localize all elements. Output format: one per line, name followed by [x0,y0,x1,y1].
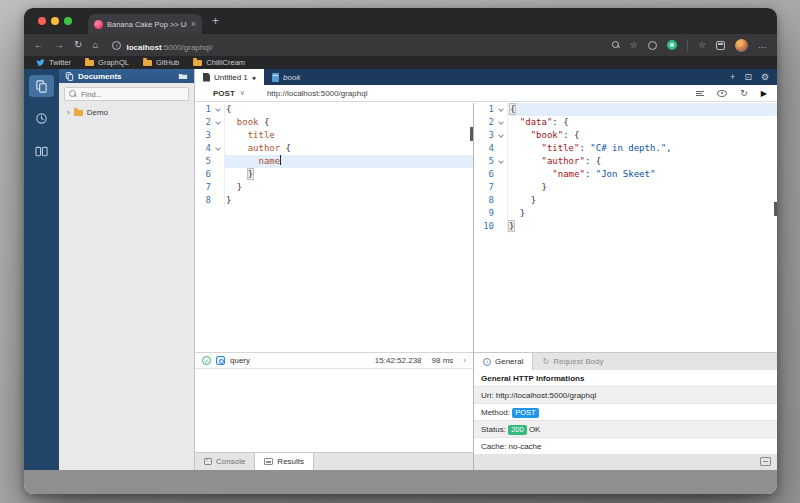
close-window-button[interactable] [38,17,46,25]
code-line[interactable]: 5 "author": { [474,155,777,168]
zoom-icon[interactable] [612,41,620,49]
preview-eye-icon[interactable] [717,90,727,97]
code-text[interactable]: name [224,155,473,168]
code-line[interactable]: 1{ [195,103,473,116]
profile-avatar[interactable] [735,39,748,52]
format-icon[interactable] [696,91,704,96]
reload-icon[interactable]: ↻ [74,40,82,50]
new-document-icon[interactable]: + [730,72,735,82]
fold-chevron-icon[interactable] [496,155,507,168]
code-line[interactable]: 1{ [474,103,777,116]
refresh-icon[interactable]: ↻ [740,88,748,98]
site-info-icon[interactable]: i [112,41,121,50]
code-text[interactable]: "book": { [507,129,777,142]
tab-request-body[interactable]: ↻ Request Body [533,353,612,370]
code-text[interactable]: "author": { [507,155,777,168]
fold-chevron-icon[interactable] [213,116,224,129]
code-line[interactable]: 6 "name": "Jon Skeet" [474,168,777,181]
code-text[interactable]: "title": "C# in depth.", [507,142,777,155]
extensions-icon[interactable] [648,41,657,50]
fold-chevron-icon[interactable] [496,116,507,129]
gear-icon[interactable]: ⚙ [761,72,769,82]
chevron-down-icon[interactable]: ∨ [240,89,245,97]
code-text[interactable]: author { [224,142,473,155]
bookmark-github[interactable]: GitHub [143,58,179,67]
code-text[interactable]: "name": "Jon Skeet" [507,168,777,181]
code-line[interactable]: 3 "book": { [474,129,777,142]
forward-icon[interactable]: → [54,40,64,50]
code-line[interactable]: 7 } [474,181,777,194]
menu-ellipsis-icon[interactable]: … [758,40,767,50]
code-text[interactable]: } [224,168,473,181]
code-line[interactable]: 3 title [195,129,473,142]
bookmark-label: GraphQL [98,58,129,67]
fold-chevron-icon[interactable] [213,142,224,155]
code-text[interactable]: book { [224,116,473,129]
bookmark-twitter[interactable]: Twitter [36,58,71,67]
code-line[interactable]: 8} [195,194,473,207]
code-line[interactable]: 4 "title": "C# in depth.", [474,142,777,155]
find-box[interactable] [64,87,189,101]
code-line[interactable]: 9 } [474,207,777,220]
green-extension-icon[interactable] [667,40,677,50]
tab-untitled-1[interactable]: Untitled 1 ● [195,69,264,85]
code-text[interactable]: } [507,207,777,220]
run-query-button[interactable]: ▶ [761,89,767,98]
browser-tab[interactable]: Banana Cake Pop >> Untitled 1 × [88,14,202,34]
tab-console[interactable]: Console [195,453,254,470]
chevron-right-icon[interactable]: › [463,356,466,365]
line-number: 7 [474,181,496,194]
rail-documents-button[interactable] [29,75,54,97]
find-input[interactable] [81,90,184,99]
code-line[interactable]: 4 author { [195,142,473,155]
query-editor[interactable]: 1{2 book {3 title4 author {5 name6 }7 }8… [195,103,473,352]
code-text[interactable]: { [507,103,777,116]
method-select[interactable]: POST [213,89,235,98]
code-text[interactable]: } [507,220,777,233]
tab-general[interactable]: i General [474,353,533,370]
code-text[interactable]: } [224,181,473,194]
code-text[interactable]: } [507,194,777,207]
code-text[interactable]: "data": { [507,116,777,129]
tree-item-demo[interactable]: › Demo [59,105,194,120]
code-line[interactable]: 2 "data": { [474,116,777,129]
code-line[interactable]: 2 book { [195,116,473,129]
rail-history-button[interactable] [29,107,54,129]
home-icon[interactable]: ⌂ [92,40,98,50]
tab-results[interactable]: Results [254,453,314,470]
favorites-hub-icon[interactable]: ☆ [698,40,706,50]
save-icon[interactable]: ⊡ [744,72,752,82]
minimize-window-button[interactable] [51,17,59,25]
response-viewer[interactable]: 1{2 "data": {3 "book": {4 "title": "C# i… [473,103,777,352]
rail-schema-button[interactable] [29,141,54,163]
fold-chevron-icon[interactable] [496,129,507,142]
code-line[interactable]: 10} [474,220,777,233]
browser-url-bar: ← → ↻ ⌂ i localhost:5000/graphql/ ☆ ☆ … [24,34,777,56]
collapse-panel-icon[interactable] [760,457,771,466]
back-icon[interactable]: ← [34,40,44,50]
endpoint-url[interactable]: http://localhost:5000/graphql [267,89,368,98]
chevron-right-icon[interactable]: › [67,108,70,117]
code-line[interactable]: 5 name [195,155,473,168]
code-line[interactable]: 8 } [474,194,777,207]
new-tab-button[interactable]: + [212,14,219,28]
bookmark-graphql[interactable]: GraphQL [85,58,129,67]
code-line[interactable]: 6 } [195,168,473,181]
code-text[interactable]: { [224,103,473,116]
new-folder-icon[interactable] [178,72,188,80]
favorite-star-icon[interactable]: ☆ [630,40,638,50]
success-check-icon: ✓ [202,356,211,365]
code-text[interactable]: } [224,194,473,207]
address-input[interactable]: i localhost:5000/graphql/ [108,36,601,54]
code-text[interactable]: title [224,129,473,142]
collections-icon[interactable] [716,41,725,50]
close-tab-icon[interactable]: × [191,20,196,29]
code-text[interactable]: } [507,181,777,194]
bookmark-chillicream[interactable]: ChilliCream [193,58,245,67]
tab-book[interactable]: book [264,69,308,85]
fold-chevron-icon[interactable] [496,103,507,116]
zoom-window-button[interactable] [64,17,72,25]
operation-bar[interactable]: ✓ query 15:42:52.238 98 ms › [195,352,473,369]
fold-chevron-icon[interactable] [213,103,224,116]
code-line[interactable]: 7 } [195,181,473,194]
